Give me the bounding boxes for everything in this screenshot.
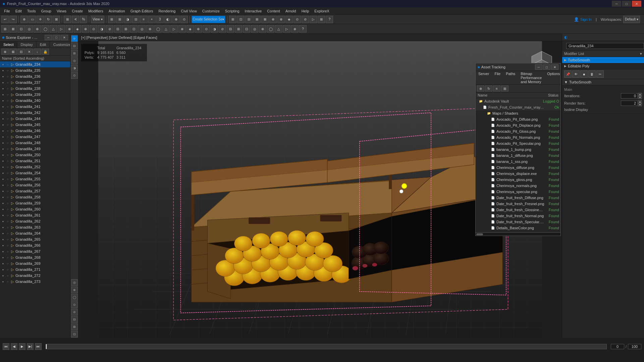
- tb2-25[interactable]: ⊕: [195, 25, 202, 33]
- sidebar-bottom-2[interactable]: ⊕: [71, 287, 78, 293]
- sidebar-bottom-5[interactable]: ⊘: [71, 309, 78, 315]
- se-item[interactable]: ● ○ ▷ Granadilla_263: [0, 224, 70, 230]
- render-iters-input[interactable]: [621, 101, 638, 106]
- tb-btn-12[interactable]: ⊡: [237, 16, 245, 23]
- menu-modifiers[interactable]: Modifiers: [86, 7, 106, 14]
- tb-btn-13[interactable]: ⊟: [245, 16, 253, 23]
- at-menu-options[interactable]: Options: [544, 71, 562, 84]
- menu-graph-editors[interactable]: Graph Editors: [128, 7, 156, 14]
- at-item[interactable]: 📄 Cherimoya_normals.png Found: [476, 183, 560, 189]
- sidebar-bottom-3[interactable]: ◯: [71, 294, 78, 301]
- se-item[interactable]: ● ○ ▷ Granadilla_251: [0, 158, 70, 164]
- menu-create[interactable]: Create: [69, 7, 86, 14]
- at-close[interactable]: ✕: [551, 64, 558, 70]
- se-item[interactable]: ● ○ ▷ Granadilla_269: [0, 260, 70, 266]
- tb-btn-11[interactable]: ⊞: [229, 16, 236, 23]
- at-item[interactable]: 📄 Fresh_Fruit_Counter_max_vray.max Ok: [476, 104, 560, 110]
- se-item[interactable]: ● ○ ▷ Granadilla_250: [0, 152, 70, 158]
- tb2-26[interactable]: ⊙: [203, 25, 210, 33]
- se-close[interactable]: ✕: [61, 35, 68, 40]
- at-item[interactable]: 📄 banana_1_sss.png Found: [476, 159, 560, 165]
- timeline-cursor[interactable]: [46, 344, 47, 349]
- se-minimize[interactable]: ─: [45, 35, 52, 40]
- tb2-17[interactable]: ⊡: [130, 25, 138, 33]
- at-list[interactable]: 📁 Autodesk Vault Logged O 📄 Fresh_Fruit_…: [476, 98, 560, 232]
- se-item[interactable]: ● ○ ▷ Granadilla_265: [0, 236, 70, 242]
- se-item[interactable]: ● ○ ▷ Granadilla_259: [0, 200, 70, 206]
- se-tb-lock[interactable]: 🔒: [42, 49, 49, 55]
- modifier-turbosm[interactable]: ▶ TurboSmooth: [562, 57, 644, 63]
- tb-btn-23[interactable]: ?: [326, 16, 333, 23]
- se-item[interactable]: ● ○ ▷ Granadilla_264: [0, 230, 70, 236]
- at-item[interactable]: 📄 Details_BaseColor.png Found: [476, 225, 560, 231]
- tb2-2[interactable]: ⊠: [9, 25, 17, 33]
- se-item[interactable]: ● ○ ▷ Granadilla_271: [0, 266, 70, 273]
- sidebar-create[interactable]: ⊕: [71, 35, 78, 42]
- at-item[interactable]: 📄 Date_fruit_fresh_Glossiness.png Found: [476, 207, 560, 213]
- select-region-button[interactable]: ▭: [29, 16, 36, 23]
- se-item[interactable]: ● ○ ▷ Granadilla_237: [0, 79, 70, 85]
- iterations-down[interactable]: ▼: [638, 96, 642, 99]
- se-item[interactable]: ● ○ ▷ Granadilla_258: [0, 194, 70, 200]
- mod-visible[interactable]: 👁: [572, 70, 580, 78]
- tb2-32[interactable]: ◎: [251, 25, 258, 33]
- tb-btn-9[interactable]: ⊕: [172, 16, 180, 23]
- at-maximize[interactable]: □: [543, 64, 550, 70]
- percent-snap[interactable]: %: [80, 16, 87, 23]
- end-frame-input[interactable]: [628, 344, 641, 349]
- next-frame-btn[interactable]: ▶|: [27, 343, 34, 350]
- snap-toggle[interactable]: ⊞: [64, 16, 71, 23]
- sidebar-modify[interactable]: ⊟: [71, 43, 78, 49]
- se-tab-edit[interactable]: Edit: [37, 42, 50, 48]
- se-tb-3[interactable]: ⊟: [17, 49, 25, 55]
- se-item[interactable]: ● ○ ▷ Granadilla_239: [0, 92, 70, 98]
- tb2-6[interactable]: ◯: [42, 25, 49, 33]
- menu-civil-view[interactable]: Civil View: [178, 7, 199, 14]
- tb2-38[interactable]: ?: [299, 25, 307, 33]
- angle-snap[interactable]: ∢: [72, 16, 79, 23]
- tb-btn-2[interactable]: ⊞: [116, 16, 123, 23]
- render-iters-down[interactable]: ▼: [638, 103, 642, 106]
- se-item[interactable]: ● ○ ▷ Granadilla_249: [0, 146, 70, 152]
- menu-content[interactable]: Content: [264, 7, 283, 14]
- tb2-31[interactable]: ⊡: [243, 25, 250, 33]
- se-item[interactable]: ● ○ ▷ Granadilla_262: [0, 218, 70, 224]
- menu-customize[interactable]: Customize: [200, 7, 222, 14]
- tb-btn-17[interactable]: ⊗: [277, 16, 285, 23]
- tb2-33[interactable]: ⊕: [259, 25, 266, 33]
- at-scrollbar-h[interactable]: [476, 232, 560, 236]
- menu-tools[interactable]: Tools: [24, 7, 39, 14]
- se-item[interactable]: ● ○ ▷ Granadilla_252: [0, 164, 70, 170]
- tb2-18[interactable]: ◎: [138, 25, 146, 33]
- sidebar-bottom-7[interactable]: ⊞: [71, 323, 78, 330]
- at-item[interactable]: 📄 Cherimoya_gloss.png Found: [476, 177, 560, 183]
- tb2-16[interactable]: ⊞: [122, 25, 129, 33]
- at-item[interactable]: 📄 Avocado_Pit_Displace.png Found: [476, 122, 560, 128]
- iterations-input[interactable]: [621, 93, 638, 99]
- at-item[interactable]: 📄 Cherimoya_specular.png Found: [476, 189, 560, 195]
- tb2-20[interactable]: ◯: [154, 25, 162, 33]
- tb2-8[interactable]: ▷: [58, 25, 65, 33]
- at-item[interactable]: 📄 Cherimoya_diffuse.png Found: [476, 165, 560, 171]
- modifier-edpoly[interactable]: ▶ Editable Poly: [562, 63, 644, 69]
- se-tb-2[interactable]: ⊠: [9, 49, 17, 55]
- redo-button[interactable]: ↪: [9, 16, 17, 23]
- mod-cut[interactable]: ✂: [596, 70, 604, 78]
- close-button[interactable]: ✕: [632, 1, 641, 7]
- tb2-7[interactable]: △: [50, 25, 57, 33]
- move-button[interactable]: ✛: [37, 16, 44, 23]
- menu-interactive[interactable]: Interactive: [242, 7, 265, 14]
- turbosm-header[interactable]: ▼ TurboSmooth: [562, 79, 644, 85]
- at-item[interactable]: 📄 Avocado_Pit_Gloss.png Found: [476, 128, 560, 134]
- se-item[interactable]: ● ○ ▷ Granadilla_248: [0, 140, 70, 146]
- se-item[interactable]: ● ○ ▷ Granadilla_273: [0, 279, 70, 285]
- minimize-button[interactable]: ─: [612, 1, 621, 7]
- at-item[interactable]: 📁 Autodesk Vault Logged O: [476, 98, 560, 104]
- at-tb-2[interactable]: ↻: [485, 85, 492, 92]
- se-item[interactable]: ● ○ ▷ Granadilla_272: [0, 273, 70, 279]
- at-menu-server[interactable]: Server: [476, 71, 492, 84]
- mod-delete[interactable]: 🗑: [588, 70, 596, 78]
- tb2-28[interactable]: ⊘: [219, 25, 226, 33]
- view-dropdown[interactable]: View ▾: [91, 16, 104, 23]
- tb2-10[interactable]: ◈: [74, 25, 81, 33]
